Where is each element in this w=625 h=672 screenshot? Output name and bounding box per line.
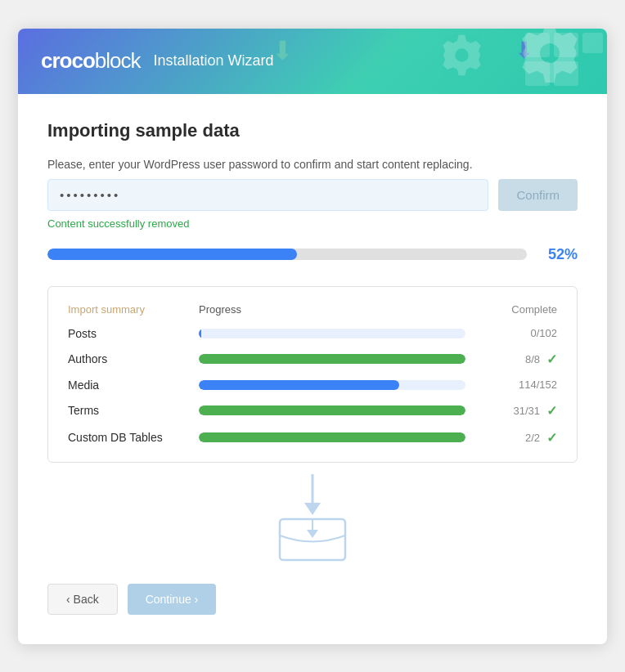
illustration-area <box>47 474 578 564</box>
password-label: Please, enter your WordPress user passwo… <box>47 158 578 171</box>
table-row: Media 114/152 <box>68 379 557 392</box>
item-name: Posts <box>68 327 199 340</box>
progress-track <box>199 405 465 415</box>
item-name: Custom DB Tables <box>68 431 199 444</box>
password-input[interactable] <box>47 179 488 211</box>
puzzle-icon <box>443 29 607 94</box>
summary-box: Import summary Progress Complete Posts 0… <box>47 286 578 463</box>
check-icon: ✓ <box>546 403 557 419</box>
check-icon: ✓ <box>546 352 557 367</box>
item-name: Media <box>68 379 199 392</box>
progress-track <box>199 329 465 338</box>
overall-progress-fill <box>47 249 297 260</box>
summary-col-complete: Complete <box>475 303 557 316</box>
summary-col-progress: Progress <box>199 303 475 316</box>
progress-fill <box>199 329 201 338</box>
complete-value: 31/31 <box>513 405 540 417</box>
complete-value: 0/102 <box>530 327 557 339</box>
overall-progress-track <box>47 249 527 260</box>
continue-button[interactable]: Continue › <box>128 584 217 615</box>
svg-rect-0 <box>525 33 550 57</box>
download-illustration <box>263 474 362 564</box>
arrow-down-icon: ⬇ <box>272 35 294 66</box>
table-row: Terms 31/31 ✓ <box>68 403 557 419</box>
summary-col-import: Import summary <box>68 303 199 316</box>
svg-rect-2 <box>525 61 550 86</box>
complete-value: 114/152 <box>519 379 557 391</box>
header-logo: crocoblock Installation Wizard <box>41 48 274 74</box>
complete-value: 2/2 <box>525 432 540 444</box>
progress-fill <box>199 380 399 390</box>
summary-header-row: Import summary Progress Complete <box>68 303 557 316</box>
table-row: Posts 0/102 <box>68 327 557 340</box>
table-row: Custom DB Tables 2/2 ✓ <box>68 430 557 446</box>
svg-rect-3 <box>554 61 578 86</box>
logo: crocoblock <box>41 48 141 74</box>
progress-track <box>199 380 465 390</box>
back-button[interactable]: ‹ Back <box>47 584 118 615</box>
check-icon: ✓ <box>546 430 557 446</box>
complete-cell: 114/152 <box>475 379 557 391</box>
svg-rect-1 <box>554 33 578 57</box>
header-title: Installation Wizard <box>154 52 274 69</box>
svg-rect-4 <box>582 33 603 53</box>
progress-track <box>199 432 465 442</box>
svg-marker-6 <box>304 503 321 515</box>
progress-fill <box>199 432 465 442</box>
overall-progress-row: 52% <box>47 246 578 263</box>
overall-percent: 52% <box>538 246 578 263</box>
confirm-button[interactable]: Confirm <box>498 179 578 211</box>
complete-value: 8/8 <box>525 353 540 365</box>
progress-track <box>199 354 465 364</box>
main-content: Importing sample data Please, enter your… <box>18 94 607 644</box>
complete-cell: 31/31 ✓ <box>475 403 557 419</box>
item-name: Terms <box>68 404 199 417</box>
complete-cell: 2/2 ✓ <box>475 430 557 446</box>
success-message: Content successfully removed <box>47 217 578 230</box>
item-name: Authors <box>68 352 199 365</box>
complete-cell: 8/8 ✓ <box>475 352 557 367</box>
header: crocoblock Installation Wizard ⬇ ⬇ <box>18 29 607 94</box>
progress-fill <box>199 354 465 364</box>
complete-cell: 0/102 <box>475 327 557 339</box>
svg-marker-9 <box>307 530 318 538</box>
progress-fill <box>199 405 465 415</box>
password-row: Confirm <box>47 179 578 211</box>
table-row: Authors 8/8 ✓ <box>68 352 557 367</box>
wizard-container: crocoblock Installation Wizard ⬇ ⬇ <box>18 29 607 644</box>
summary-rows-container: Posts 0/102 Authors 8/8 ✓ Media 1 <box>68 327 557 446</box>
page-title: Importing sample data <box>47 120 578 141</box>
bottom-nav: ‹ Back Continue › <box>47 577 578 615</box>
